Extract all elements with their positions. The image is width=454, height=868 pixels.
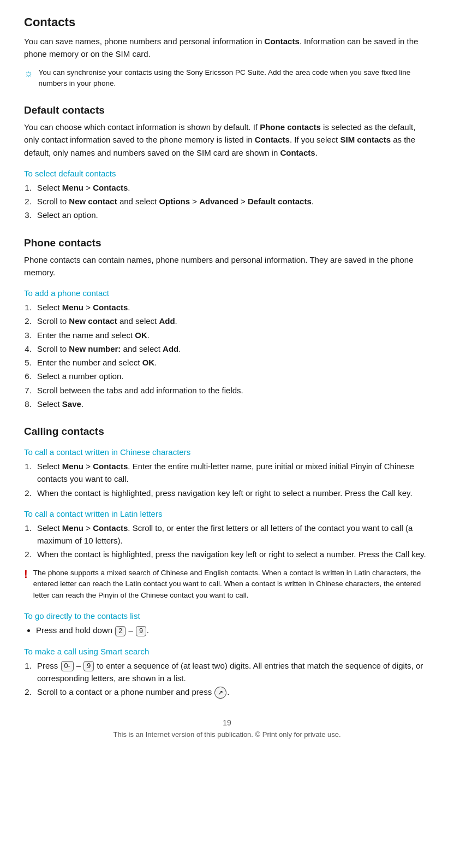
goto-end: .: [147, 625, 149, 635]
list-item: Scroll to a contact or a phone number an…: [34, 686, 430, 699]
default-contacts-heading: Default contacts: [24, 104, 430, 116]
key-2: 2: [115, 626, 126, 637]
step2-pre: Scroll to: [37, 197, 69, 206]
note-box: ! The phone supports a mixed search of C…: [24, 568, 430, 602]
intro-bold: Contacts: [265, 37, 300, 46]
latin-link: To call a contact written in Latin lette…: [24, 509, 430, 518]
step3-text: Select an option.: [37, 210, 98, 220]
page-footer: 19 This is an Internet version of this p…: [24, 718, 430, 739]
chinese-steps: Select Menu > Contacts. Enter the entire…: [34, 460, 430, 499]
list-item: Select Menu > Contacts.: [34, 301, 430, 314]
list-item: Select Menu > Contacts. Scroll to, or en…: [34, 522, 430, 547]
list-item: Enter the number and select OK.: [34, 356, 430, 369]
list-item: When the contact is highlighted, press t…: [34, 548, 430, 560]
add-phone-contact-steps: Select Menu > Contacts. Scroll to New co…: [34, 301, 430, 410]
list-item: Select Menu > Contacts. Enter the entire…: [34, 460, 430, 486]
dc-body-bold4: Contacts: [280, 148, 315, 157]
list-item: Scroll to New number: and select Add.: [34, 343, 430, 355]
tip-box: ☼ You can synchronise your contacts usin…: [24, 67, 430, 90]
step1-pre: Select: [37, 183, 62, 192]
list-item: Select an option.: [34, 209, 430, 221]
step2-gt1: >: [190, 197, 199, 206]
note-icon: !: [24, 568, 28, 581]
list-item: Enter the name and select OK.: [34, 329, 430, 341]
add-phone-contact-link: To add a phone contact: [24, 288, 430, 298]
step1-arrow: >: [83, 183, 93, 192]
select-default-steps: Select Menu > Contacts. Scroll to New co…: [34, 181, 430, 222]
key-9b: 9: [83, 661, 94, 672]
goto-text-pre: Press and hold down: [36, 625, 115, 635]
list-item: Press 0- – 9 to enter a sequence of (at …: [34, 659, 430, 685]
list-item: Select Save.: [34, 398, 430, 410]
goto-dash: –: [126, 625, 135, 635]
step2-adv: Advanced: [199, 197, 238, 206]
calling-contacts-heading: Calling contacts: [24, 426, 430, 438]
list-item: Press and hold down 2 – 9.: [36, 624, 430, 636]
smart-link: To make a call using Smart search: [24, 647, 430, 656]
step2-new: New contact: [69, 197, 117, 206]
note-text: The phone supports a mixed search of Chi…: [33, 568, 430, 602]
dc-body-mid2: . If you select: [290, 135, 340, 144]
intro-text-pre: You can save names, phone numbers and pe…: [24, 37, 265, 46]
key-9: 9: [136, 626, 146, 637]
dc-body-pre: You can choose which contact information…: [24, 122, 260, 132]
smart-steps: Press 0- – 9 to enter a sequence of (at …: [34, 659, 430, 699]
intro-paragraph: You can save names, phone numbers and pe…: [24, 35, 430, 61]
list-item: When the contact is highlighted, press n…: [34, 487, 430, 499]
step1-menu: Menu: [62, 183, 83, 192]
step1-end: .: [128, 183, 130, 192]
dc-body-bold1: Phone contacts: [260, 122, 321, 132]
list-item: Scroll to New contact and select Options…: [34, 195, 430, 208]
step2-opt: Options: [159, 197, 190, 206]
smart-step1-dash: –: [74, 661, 83, 670]
goto-steps: Press and hold down 2 – 9.: [36, 624, 430, 636]
footer-notice: This is an Internet version of this publ…: [24, 730, 430, 739]
step2-gt2: >: [238, 197, 248, 206]
select-default-link: To select default contacts: [24, 169, 430, 178]
key-0-dash: 0-: [61, 661, 74, 672]
latin-steps: Select Menu > Contacts. Scroll to, or en…: [34, 522, 430, 561]
step2-end: .: [312, 197, 314, 206]
phone-contacts-body: Phone contacts can contain names, phone …: [24, 253, 430, 279]
list-item: Scroll between the tabs and add informat…: [34, 384, 430, 397]
page-number: 19: [24, 718, 430, 727]
list-item: Select a number option.: [34, 370, 430, 382]
tip-icon: ☼: [24, 68, 33, 79]
phone-contacts-heading: Phone contacts: [24, 237, 430, 249]
page-title: Contacts: [24, 15, 430, 29]
list-item: Scroll to New contact and select Add.: [34, 315, 430, 327]
dc-body-bold2: Contacts: [255, 135, 290, 144]
step2-def: Default contacts: [248, 197, 312, 206]
step2-mid: and select: [117, 197, 159, 206]
tip-text: You can synchronise your contacts using …: [39, 67, 431, 90]
smart-step2-end: .: [227, 687, 229, 696]
step1-contacts: Contacts: [93, 183, 128, 192]
chinese-link: To call a contact written in Chinese cha…: [24, 447, 430, 457]
call-icon: ↗: [214, 687, 226, 699]
dc-body-end2: .: [315, 148, 318, 157]
smart-step2-pre: Scroll to a contact or a phone number an…: [37, 687, 214, 696]
default-contacts-body: You can choose which contact information…: [24, 121, 430, 159]
smart-step1-end: to enter a sequence of (at least two) di…: [37, 661, 423, 683]
smart-step1-pre: Press: [37, 661, 61, 670]
goto-link: To go directly to the contacts list: [24, 611, 430, 621]
dc-body-bold3: SIM contacts: [340, 135, 391, 144]
list-item: Select Menu > Contacts.: [34, 181, 430, 194]
